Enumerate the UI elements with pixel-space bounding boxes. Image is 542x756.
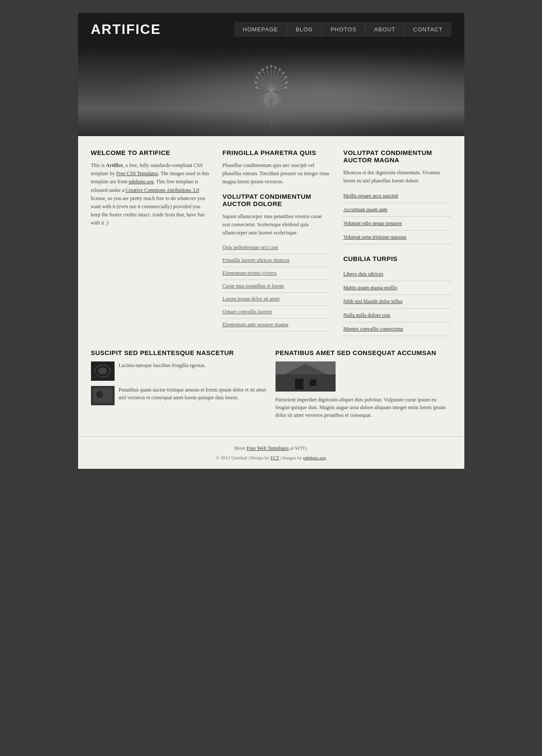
fringilla-link-3[interactable]: Curae mus penatibus et lorem: [222, 280, 330, 293]
thumb-svg-0: [91, 361, 115, 381]
thumb-image-0: [91, 361, 115, 381]
penatibus-title: PENATIBUS AMET SED CONSEQUAT ACCUMSAN: [276, 349, 451, 356]
site-title: ARTIFICE: [91, 21, 161, 37]
barn-image: [276, 361, 336, 392]
artifice-bold: Artifice: [106, 162, 123, 168]
svg-point-30: [255, 76, 258, 79]
header: ARTIFICE HOMEPAGE BLOG PHOTOS ABOUT CONT…: [78, 13, 464, 46]
nav-homepage[interactable]: HOMEPAGE: [234, 22, 287, 37]
footer-more-text: More: [234, 445, 247, 451]
outer-wrapper: ARTIFICE HOMEPAGE BLOG PHOTOS ABOUT CONT…: [78, 0, 464, 469]
cubilia-link-1[interactable]: Mattis quam massa mollis: [343, 281, 451, 295]
penatibus-barn-thumb: [276, 361, 451, 392]
fringilla-link-2[interactable]: Elementum primis viverra: [222, 267, 330, 280]
bottom-row: SUSCIPIT SED PELLENTESQUE NASCETUR Lacin…: [91, 349, 451, 419]
svg-point-25: [282, 72, 285, 74]
cubilia-link-4[interactable]: Montes convallis consectetur: [343, 322, 451, 336]
cc-license-link[interactable]: Creative Commons Attributions 3.0: [125, 187, 199, 193]
hero-visual: [78, 46, 464, 136]
cubilia-link-0[interactable]: Libero duis ultrices: [343, 267, 451, 281]
footer-copyright: © 2012 Untitled | Design by FCT | Images…: [87, 455, 456, 460]
svg-point-29: [258, 72, 260, 74]
suscipit-text-1: Penatibus quam auctor tristique aenean e…: [119, 386, 267, 401]
volutpat-link-2[interactable]: Volutpat odio neque posuere: [343, 217, 451, 231]
nav-photos[interactable]: PHOTOS: [321, 22, 365, 37]
content-wrapper: WELCOME TO ARTIFICE This is Artifice, a …: [78, 136, 464, 436]
fringilla-section: FRINGILLA PHARETRA QUIS Phasellus condim…: [222, 149, 330, 336]
penatibus-section: PENATIBUS AMET SED CONSEQUAT ACCUMSAN: [276, 349, 451, 419]
cubilia-link-3[interactable]: Nulla nulla dolore cras: [343, 309, 451, 322]
hero-image: [78, 46, 464, 136]
images-by-text: | Images by: [279, 455, 303, 460]
volutpat-section: VOLUTPAT CONDIMENTUM AUCTOR MAGNA Rhoncu…: [343, 149, 451, 336]
svg-point-23: [274, 66, 277, 69]
fringilla-link-1[interactable]: Fringilla laoreet ultrices rhoncus: [222, 254, 330, 267]
volutpat-link-1[interactable]: Accumsan quam ante: [343, 203, 451, 217]
footer-at-wto: at WTO.: [289, 445, 308, 451]
svg-point-36: [98, 367, 107, 374]
footer-free-templates-link[interactable]: Free Web Templates: [247, 445, 289, 451]
svg-point-27: [285, 81, 288, 84]
svg-point-39: [96, 391, 103, 398]
volutpat-dolore-title: VOLUTPAT CONDIMENTUM AUCTOR DOLORE: [222, 193, 330, 207]
fct-link[interactable]: FCT: [271, 455, 279, 460]
volutpat-title: VOLUTPAT CONDIMENTUM AUCTOR MAGNA: [343, 149, 451, 164]
cubilia-title: CUBILIA TURPIS: [343, 255, 451, 262]
svg-point-20: [261, 68, 264, 71]
fringilla-link-0[interactable]: Quis pellentesque orci cras: [222, 241, 330, 254]
penatibus-text: Parturient imperdiet dignissim aliquet d…: [276, 396, 451, 419]
navigation: HOMEPAGE BLOG PHOTOS ABOUT CONTACT: [234, 22, 451, 37]
volutpat-link-3[interactable]: Volutpat urna tristique quisque: [343, 231, 451, 244]
free-css-link[interactable]: Free CSS Templates: [116, 170, 158, 176]
thumb-image-1: [91, 386, 115, 405]
bottom-left-inner: SUSCIPIT SED PELLENTESQUE NASCETUR Lacin…: [91, 349, 451, 419]
top-row: WELCOME TO ARTIFICE This is Artifice, a …: [91, 149, 451, 336]
copyright-text: © 2012 Untitled | Design by: [216, 455, 270, 460]
fringilla-link-5[interactable]: Ornare convallis laoreet: [222, 306, 330, 319]
fringilla-text: Phasellus condimentum quis nec suscipit …: [222, 161, 330, 186]
svg-rect-44: [310, 380, 316, 386]
nav-contact[interactable]: CONTACT: [404, 22, 451, 37]
welcome-section: WELCOME TO ARTIFICE This is Artifice, a …: [91, 149, 210, 336]
volutpat-link-0[interactable]: Mollis ornare arcu suscipit: [343, 189, 451, 203]
suscipit-title: SUSCIPIT SED PELLENTESQUE NASCETUR: [91, 349, 267, 356]
svg-point-24: [279, 68, 281, 71]
fringilla-link-6[interactable]: Elementum ante posuere magna: [222, 319, 330, 331]
hero-flower-svg: [211, 48, 331, 134]
fringilla-link-4[interactable]: Lorem ipsum dolor sit amet: [222, 293, 330, 306]
svg-point-31: [254, 81, 257, 84]
cubilia-link-2[interactable]: Nibh nisi blandit dolor tellus: [343, 295, 451, 309]
svg-point-21: [266, 66, 268, 69]
pdphoto-link[interactable]: pdphoto.org: [129, 179, 154, 185]
svg-rect-41: [276, 374, 336, 392]
svg-rect-43: [295, 379, 303, 389]
svg-rect-45: [276, 361, 336, 374]
welcome-text: This is Artifice, a free, fully standard…: [91, 161, 210, 228]
svg-point-28: [285, 86, 287, 89]
thumb-item-1: Penatibus quam auctor tristique aenean e…: [91, 386, 267, 405]
pdphoto-footer-link[interactable]: pdphoto.org: [303, 455, 326, 460]
volutpat-text: Rhoncus et dui dignissim elementum. Viva…: [343, 169, 451, 185]
footer: More Free Web Templates at WTO. © 2012 U…: [78, 436, 464, 469]
bottom-left: SUSCIPIT SED PELLENTESQUE NASCETUR Lacin…: [91, 349, 451, 419]
svg-point-32: [255, 86, 258, 89]
svg-point-22: [270, 65, 273, 67]
fringilla-title: FRINGILLA PHARETRA QUIS: [222, 149, 330, 156]
volutpat-dolore-text: Sapien ullamcorper mus penatibus viverra…: [222, 213, 330, 237]
suscipit-section: SUSCIPIT SED PELLENTESQUE NASCETUR Lacin…: [91, 349, 267, 419]
thumb-svg-1: [91, 386, 115, 405]
thumb-item-0: Lacinia natoque faucibus fringilla egest…: [91, 361, 267, 381]
barn-svg: [276, 361, 336, 392]
suscipit-text-0: Lacinia natoque faucibus fringilla egest…: [119, 361, 206, 369]
svg-point-26: [285, 76, 287, 79]
nav-blog[interactable]: BLOG: [287, 22, 321, 37]
welcome-title: WELCOME TO ARTIFICE: [91, 149, 210, 156]
footer-more: More Free Web Templates at WTO.: [87, 445, 456, 452]
nav-about[interactable]: ABOUT: [365, 22, 404, 37]
